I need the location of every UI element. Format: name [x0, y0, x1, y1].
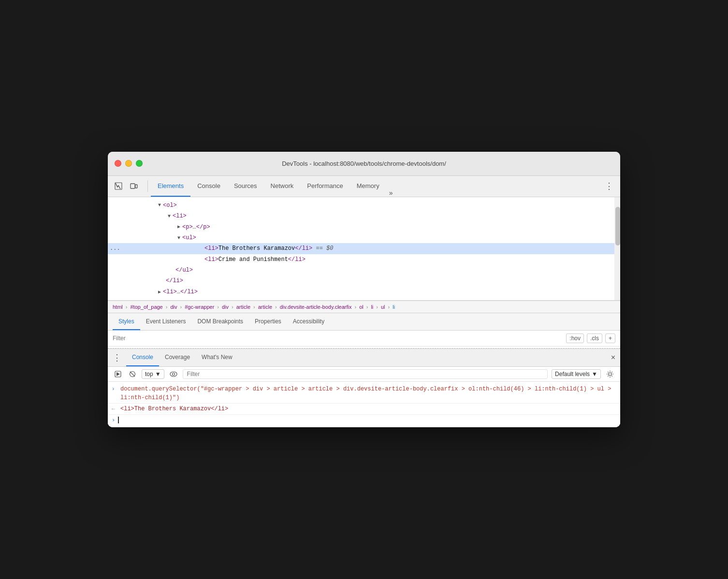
tab-console[interactable]: Console — [190, 176, 227, 197]
console-tab-whats-new[interactable]: What's New — [196, 349, 238, 366]
tab-performance[interactable]: Performance — [300, 176, 349, 197]
tab-elements[interactable]: Elements — [151, 176, 190, 197]
console-prompt: › — [112, 417, 115, 423]
main-tabs-bar: Elements Console Sources Network Perform… — [108, 176, 620, 197]
tabs-more-button[interactable]: » — [386, 189, 396, 197]
levels-dropdown-arrow: ▼ — [592, 371, 597, 377]
context-selector[interactable]: top ▼ — [142, 369, 164, 379]
breadcrumb-bar: html › #top_of_page › div › #gc-wrapper … — [108, 301, 620, 313]
window-title: DevTools - localhost:8080/web/tools/chro… — [282, 160, 446, 167]
execute-script-button[interactable] — [113, 369, 123, 379]
breadcrumb-gc-wrapper[interactable]: #gc-wrapper — [185, 304, 214, 310]
console-entry-query[interactable]: › document.querySelector("#gc-wrapper > … — [108, 384, 620, 404]
context-dropdown-arrow: ▼ — [155, 371, 161, 377]
tab-memory[interactable]: Memory — [350, 176, 386, 197]
breadcrumb-div2[interactable]: div — [222, 304, 229, 310]
dom-row-ul[interactable]: ▼ <ul> — [108, 232, 620, 243]
default-levels-button[interactable]: Default levels ▼ — [552, 369, 601, 379]
tab-network[interactable]: Network — [264, 176, 301, 197]
devtools-window: DevTools - localhost:8080/web/tools/chro… — [108, 152, 620, 428]
breadcrumb-ul[interactable]: ul — [381, 304, 385, 310]
toolbar-divider — [147, 180, 148, 192]
console-entry-result[interactable]: ← <li>The Brothers Karamazov</li> — [108, 404, 620, 415]
console-filter-input[interactable] — [183, 369, 548, 379]
entry-arrow-1: › — [112, 385, 118, 393]
dom-row-close-ul[interactable]: </ul> — [108, 265, 620, 275]
console-tab-console[interactable]: Console — [126, 349, 159, 366]
breadcrumb-article2[interactable]: article — [258, 304, 272, 310]
dom-row-ol[interactable]: ▼ <ol> — [108, 200, 620, 211]
elements-panel: ▼ <ol> ▼ <li> ▶ <p> … </p> ▼ <ul> — [108, 197, 620, 301]
styles-filter-input[interactable] — [113, 335, 562, 342]
cls-button[interactable]: .cls — [587, 333, 602, 343]
add-style-button[interactable]: + — [605, 333, 615, 343]
traffic-lights — [115, 160, 143, 167]
minimize-button[interactable] — [125, 160, 132, 167]
breadcrumb-article1[interactable]: article — [236, 304, 250, 310]
breadcrumb-li-selected[interactable]: li — [393, 304, 395, 310]
dom-row-crime[interactable]: <li> Crime and Punishment </li> — [108, 254, 620, 265]
sub-tab-styles[interactable]: Styles — [113, 313, 140, 330]
styles-filter-bar: :hov .cls + — [108, 331, 620, 347]
dom-row-p[interactable]: ▶ <p> … </p> — [108, 222, 620, 232]
svg-point-7 — [170, 372, 177, 376]
clear-console-button[interactable] — [127, 369, 138, 379]
svg-rect-2 — [135, 185, 137, 188]
sub-tab-event-listeners[interactable]: Event Listeners — [140, 313, 192, 330]
breadcrumb-top-of-page[interactable]: #top_of_page — [130, 304, 162, 310]
sub-tab-accessibility[interactable]: Accessibility — [287, 313, 330, 330]
title-bar: DevTools - localhost:8080/web/tools/chro… — [108, 152, 620, 176]
close-button[interactable] — [115, 160, 121, 167]
sub-tab-properties[interactable]: Properties — [249, 313, 287, 330]
svg-point-9 — [609, 373, 612, 376]
eye-button[interactable] — [168, 369, 179, 379]
expand-p-arrow[interactable]: ▶ — [175, 223, 182, 231]
main-tabs: Elements Console Sources Network Perform… — [151, 176, 603, 197]
console-toolbar: top ▼ Default levels ▼ — [108, 367, 620, 382]
console-tabs-bar: ⋮ Console Coverage What's New × — [108, 348, 620, 367]
console-panel: ⋮ Console Coverage What's New × — [108, 348, 620, 427]
dom-scrollbar[interactable] — [614, 197, 620, 301]
console-more-button[interactable]: ⋮ — [113, 352, 121, 363]
expand-ul-arrow[interactable]: ▼ — [175, 234, 182, 242]
toolbar-icons — [113, 180, 140, 192]
sub-tab-dom-breakpoints[interactable]: DOM Breakpoints — [191, 313, 249, 330]
tab-sources[interactable]: Sources — [227, 176, 264, 197]
devtools-menu-button[interactable]: ⋮ — [603, 181, 615, 191]
filter-buttons: :hov .cls + — [566, 333, 615, 343]
breadcrumb-div-class[interactable]: div.devsite-article-body.clearfix — [280, 304, 352, 310]
console-close-button[interactable]: × — [611, 353, 615, 362]
sub-tabs-bar: Styles Event Listeners DOM Breakpoints P… — [108, 313, 620, 331]
svg-marker-4 — [116, 372, 120, 376]
dom-row-li-1[interactable]: ▼ <li> — [108, 211, 620, 221]
dom-row-close-li1[interactable]: </li> — [108, 275, 620, 286]
breadcrumb-html[interactable]: html — [113, 304, 123, 310]
console-tab-coverage[interactable]: Coverage — [159, 349, 196, 366]
expand-ol-arrow[interactable]: ▼ — [156, 201, 163, 209]
breadcrumb-div1[interactable]: div — [170, 304, 177, 310]
console-cursor — [118, 417, 119, 423]
svg-rect-1 — [131, 184, 135, 188]
breadcrumb-li2[interactable]: li — [371, 304, 373, 310]
breadcrumb-ol[interactable]: ol — [359, 304, 364, 310]
tabs-bar-actions: ⋮ — [603, 181, 615, 191]
dom-tree: ▼ <ol> ▼ <li> ▶ <p> … </p> ▼ <ul> — [108, 197, 620, 301]
maximize-button[interactable] — [136, 160, 143, 167]
dots-indicator: ... — [108, 244, 122, 253]
console-settings-button[interactable] — [605, 369, 615, 379]
svg-point-8 — [172, 373, 175, 376]
console-input-line[interactable]: › — [108, 415, 620, 425]
hov-button[interactable]: :hov — [566, 333, 584, 343]
dom-row-brothers[interactable]: ... <li> The Brothers Karamazov </li> ==… — [108, 243, 620, 254]
console-query-text: document.querySelector("#gc-wrapper > di… — [120, 385, 616, 402]
entry-arrow-2: ← — [112, 405, 118, 413]
dom-scrollbar-thumb[interactable] — [615, 207, 620, 246]
expand-li-collapsed-arrow[interactable]: ▶ — [156, 288, 163, 296]
dom-row-li-collapsed[interactable]: ▶ <li> … </li> — [108, 287, 620, 297]
expand-li1-arrow[interactable]: ▼ — [166, 212, 173, 220]
console-result-text: <li>The Brothers Karamazov</li> — [120, 405, 616, 413]
console-output: › document.querySelector("#gc-wrapper > … — [108, 382, 620, 427]
inspect-element-button[interactable] — [113, 180, 124, 192]
device-toolbar-button[interactable] — [128, 180, 140, 192]
